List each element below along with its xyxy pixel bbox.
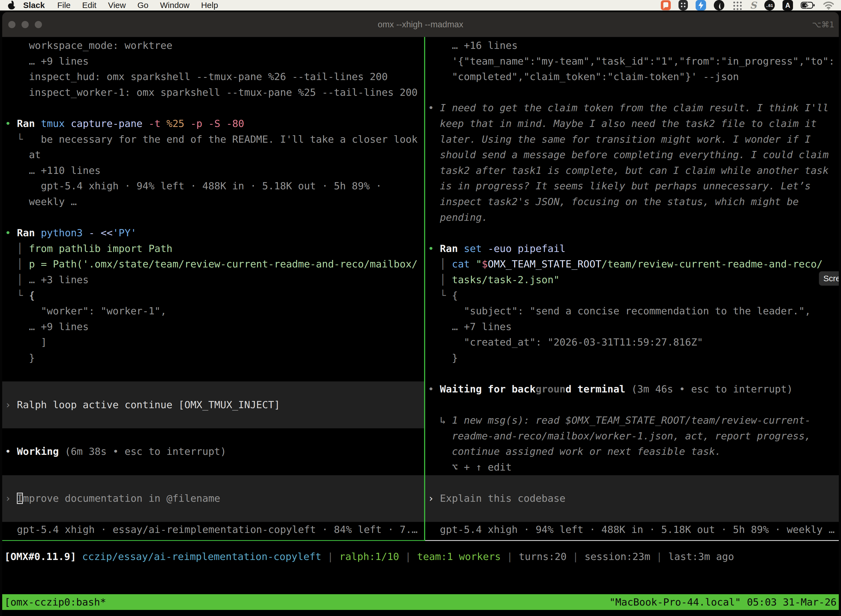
terminal-text-segment: ] — [5, 336, 47, 348]
terminal-text-segment: %25 — [166, 118, 190, 129]
terminal-line: │ … +3 lines — [5, 272, 424, 288]
left-pane[interactable]: workspace_mode: worktree … +9 lines insp… — [2, 37, 424, 540]
left-prompt-input[interactable]: › Improve documentation in @filename — [2, 475, 424, 522]
terminal-line: continue assigned work or next feasible … — [428, 444, 839, 459]
terminal-text-segment: | — [567, 551, 585, 562]
screen-recording-icon[interactable] — [661, 0, 671, 10]
terminal-line: task2 after task1 is complete, but can I… — [428, 163, 839, 179]
terminal-prompt-line[interactable]: › Explain this codebase — [428, 491, 839, 506]
terminal-text-segment: … +3 lines — [29, 274, 89, 285]
terminal-text-segment: tmux — [41, 118, 70, 129]
terminal-text-segment: workspace_mode: worktree — [5, 40, 173, 51]
terminal-text-segment: cat — [452, 258, 476, 270]
terminal-line: "subject": "send a concise recommendatio… — [428, 303, 839, 319]
terminal-text-segment: › — [5, 399, 17, 411]
terminal-blank-line — [5, 381, 424, 397]
menu-item-window[interactable]: Window — [154, 0, 195, 10]
terminal-line: ] — [5, 334, 424, 350]
terminal-blank-line — [428, 506, 839, 522]
terminal-text-segment: $ — [482, 258, 488, 270]
menu-item-view[interactable]: View — [102, 0, 131, 10]
terminal-line: • Ran set -euo pipefail — [428, 241, 839, 257]
terminal-text-segment: -p — [190, 118, 208, 129]
lightning-app-icon[interactable] — [696, 0, 706, 10]
terminal-text-segment: } — [428, 352, 458, 364]
terminal-text-segment: readme-and-reco/mailbox/worker-1.json, a… — [428, 430, 811, 441]
terminal-text-segment: " — [476, 258, 482, 270]
terminal-blank-line — [5, 459, 424, 475]
terminal-blank-line — [428, 85, 839, 100]
terminal-line: '{"team_name":"my-team","task_id":"1","f… — [428, 54, 839, 69]
terminal-text-segment: • — [5, 227, 17, 238]
terminal-line: └ { — [428, 288, 839, 304]
terminal-text-segment: └ — [5, 133, 41, 145]
crescent-app-icon[interactable] — [714, 0, 724, 10]
screen-share-tooltip[interactable]: Scre — [819, 271, 839, 286]
terminal-text-segment: task2 after task1 is complete, but can I… — [428, 165, 829, 176]
terminal-text-segment: '{"team_name":"my-team","task_id":"1","f… — [428, 56, 835, 67]
terminal-blank-line — [428, 225, 839, 241]
terminal-line: … +16 lines — [428, 38, 839, 54]
apple-bite — [13, 4, 16, 7]
dots-grid-icon[interactable] — [732, 0, 742, 10]
terminal-text-segment: OMX_TEAM_STATE_ROOT — [488, 258, 602, 270]
squiggle-icon[interactable] — [750, 0, 757, 11]
menu-bar-status-icons: ..61 A — [661, 0, 836, 11]
keypad-shield-icon[interactable] — [678, 0, 688, 10]
terminal-line: gpt-5.4 xhigh · 94% left · 488K in · 5.1… — [5, 178, 424, 194]
terminal-line: │ from pathlib import Path — [5, 241, 424, 257]
tmux-status-bar[interactable]: [omx-cczip0:bash* "MacBook-Pro-44.local"… — [2, 594, 839, 610]
terminal-text-segment: Waiting for back — [440, 383, 536, 395]
terminal-line: ↳ 1 new msg(s): read $OMX_TEAM_STATE_ROO… — [428, 413, 839, 428]
a-app-icon[interactable]: A — [782, 0, 793, 10]
menu-item-edit[interactable]: Edit — [76, 0, 103, 10]
terminal-prompt-line[interactable]: › Improve documentation in @filename — [5, 491, 424, 506]
terminal-text-segment: inspect task2's JSON, focusing on the st… — [428, 196, 799, 207]
battery-icon[interactable] — [801, 1, 815, 9]
terminal-blank-line — [5, 366, 424, 381]
terminal-text-segment: is in progress? It seems likely but perh… — [428, 180, 811, 192]
terminal-text-segment: turns:20 — [519, 551, 567, 562]
terminal-text-segment: … +7 lines — [428, 321, 511, 332]
menu-item-slack[interactable]: Slack — [19, 0, 51, 10]
terminal-blank-line — [5, 475, 424, 491]
terminal-text-segment: [OMX#0.11.9] — [4, 551, 76, 562]
terminal-line: │ p = Path('.omx/state/team/review-curre… — [5, 257, 424, 272]
terminal-line: inspect task2's JSON, focusing on the st… — [428, 194, 839, 210]
terminal-text-segment: … +16 lines — [428, 40, 518, 51]
window-titlebar[interactable]: omx --xhigh --madmax ⌥⌘1 — [2, 12, 839, 37]
wifi-icon[interactable] — [823, 1, 834, 10]
terminal-line: › Ralph loop active continue [OMX_TMUX_I… — [5, 397, 424, 413]
terminal-text-segment: │ — [5, 243, 29, 254]
terminal-text-segment: inspect_worker-1: omx sparkshell --tmux-… — [5, 87, 418, 98]
terminal-text-segment: -t — [148, 118, 166, 129]
terminal-line: is in progress? It seems likely but perh… — [428, 178, 839, 194]
terminal-line: should send a message before completing … — [428, 147, 839, 163]
menu-item-help[interactable]: Help — [195, 0, 224, 10]
desktop: { "colors": { "pane_active_border": "#3d… — [0, 0, 841, 616]
terminal-text-segment: pending. — [428, 212, 488, 223]
terminal-text-segment: • — [5, 118, 17, 129]
terminal-text-segment: continue assigned work or next feasible … — [428, 446, 721, 457]
menu-item-file[interactable]: File — [51, 0, 76, 10]
terminal-text-segment: - << — [89, 227, 113, 238]
terminal-blank-line — [5, 210, 424, 226]
terminal-text-segment: cczip/essay/ai-reimplementation-copyleft — [82, 551, 321, 562]
right-pane[interactable]: … +16 lines '{"team_name":"my-team","tas… — [425, 37, 839, 540]
terminal-line: gpt-5.4 xhigh · 94% left · 488K in · 5.1… — [428, 522, 839, 538]
terminal-text-segment: • — [428, 383, 440, 395]
terminal-text-segment: later. Using the same for transition mig… — [428, 133, 811, 145]
menu-item-go[interactable]: Go — [132, 0, 154, 10]
terminal-text-segment: weekly … — [5, 196, 77, 207]
terminal-text-segment: … +9 lines — [5, 321, 89, 332]
terminal-blank-line — [5, 100, 424, 116]
apple-menu-icon[interactable] — [8, 1, 15, 10]
terminal-text-segment: d terminal — [566, 383, 626, 395]
terminal-text-segment: ralph:1/10 — [339, 551, 399, 562]
right-prompt-input[interactable]: › Explain this codebase — [425, 475, 839, 522]
right-pane-bottom-border — [425, 540, 839, 541]
terminal-text-segment: ⌥ + ↑ edit — [428, 462, 511, 473]
timer-badge-icon[interactable]: ..61 — [764, 0, 775, 10]
terminal-text-segment: 'PY' — [113, 227, 136, 238]
terminal-text-segment: session:23m — [585, 551, 650, 562]
